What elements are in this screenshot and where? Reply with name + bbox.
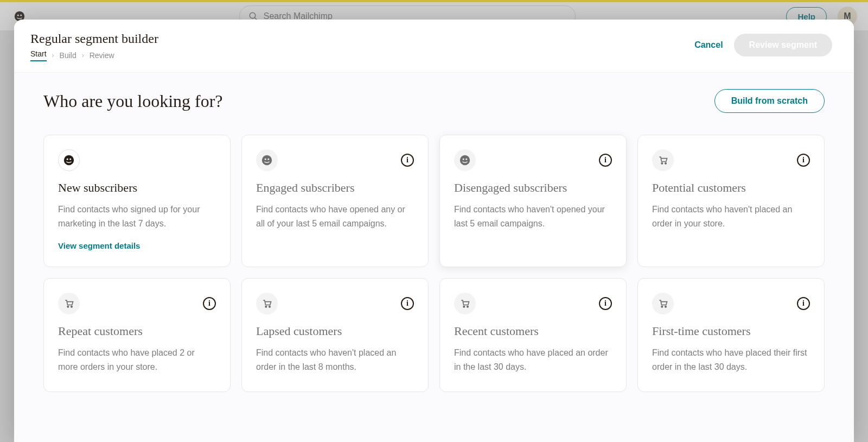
svg-point-8	[262, 155, 272, 165]
svg-point-5	[64, 155, 74, 165]
freddie-icon	[58, 149, 80, 171]
cart-icon	[454, 293, 476, 314]
card-disengaged-subscribers[interactable]: i Disengaged subscribers Find contacts w…	[439, 135, 627, 267]
info-icon[interactable]: i	[401, 297, 414, 310]
card-engaged-subscribers[interactable]: i Engaged subscribers Find contacts who …	[241, 135, 429, 267]
card-description: Find contacts who haven't placed an orde…	[652, 203, 810, 230]
info-icon[interactable]: i	[401, 154, 414, 167]
view-segment-details-link[interactable]: View segment details	[58, 241, 216, 250]
card-title: Potential customers	[652, 181, 810, 195]
svg-point-21	[467, 306, 469, 308]
breadcrumb-step-start[interactable]: Start	[30, 49, 47, 61]
freddie-icon	[454, 149, 476, 171]
svg-point-13	[465, 159, 467, 160]
cart-icon	[652, 293, 674, 314]
card-new-subscribers[interactable]: New subscribers Find contacts who signed…	[43, 135, 231, 267]
breadcrumb-step-review[interactable]: Review	[90, 51, 114, 60]
svg-point-7	[69, 159, 71, 160]
card-first-time-customers[interactable]: i First-time customers Find contacts who…	[637, 278, 825, 392]
card-recent-customers[interactable]: i Recent customers Find contacts who hav…	[439, 278, 627, 392]
info-icon[interactable]: i	[599, 297, 612, 310]
info-icon[interactable]: i	[797, 297, 810, 310]
cancel-button[interactable]: Cancel	[694, 40, 723, 50]
svg-point-19	[269, 306, 271, 308]
svg-point-10	[267, 159, 269, 160]
card-description: Find contacts who have placed 2 or more …	[58, 346, 216, 374]
card-title: Engaged subscribers	[256, 181, 414, 195]
svg-point-15	[665, 163, 667, 165]
modal-title: Regular segment builder	[30, 31, 158, 46]
card-description: Find contacts who haven't opened your la…	[454, 203, 612, 230]
svg-point-18	[265, 306, 267, 308]
cart-icon	[58, 293, 80, 314]
card-description: Find contacts who have opened any or all…	[256, 203, 414, 230]
svg-point-17	[71, 306, 73, 308]
card-potential-customers[interactable]: i Potential customers Find contacts who …	[637, 135, 825, 267]
info-icon[interactable]: i	[599, 154, 612, 167]
breadcrumb: Start › Build › Review	[30, 49, 158, 61]
card-title: New subscribers	[58, 181, 216, 195]
cart-icon	[256, 293, 278, 314]
card-repeat-customers[interactable]: i Repeat customers Find contacts who hav…	[43, 278, 231, 392]
card-description: Find contacts who have placed their firs…	[652, 346, 810, 374]
freddie-icon	[256, 149, 278, 171]
build-from-scratch-button[interactable]: Build from scratch	[714, 89, 825, 113]
chevron-right-icon: ›	[52, 52, 54, 59]
card-title: Disengaged subscribers	[454, 181, 612, 195]
card-lapsed-customers[interactable]: i Lapsed customers Find contacts who hav…	[241, 278, 429, 392]
card-title: Recent customers	[454, 324, 612, 338]
card-title: Lapsed customers	[256, 324, 414, 338]
svg-point-11	[460, 155, 470, 165]
modal-body: Who are you looking for? Build from scra…	[14, 73, 854, 442]
svg-point-6	[67, 159, 68, 160]
card-description: Find contacts who haven't placed an orde…	[256, 346, 414, 374]
svg-point-22	[661, 306, 663, 308]
card-description: Find contacts who have placed an order i…	[454, 346, 612, 374]
svg-point-20	[463, 306, 465, 308]
card-title: First-time customers	[652, 324, 810, 338]
segment-builder-modal: Regular segment builder Start › Build › …	[14, 20, 854, 442]
cart-icon	[652, 149, 674, 171]
info-icon[interactable]: i	[203, 297, 216, 310]
segment-card-grid: New subscribers Find contacts who signed…	[43, 135, 825, 392]
svg-point-9	[265, 159, 266, 160]
svg-point-16	[67, 306, 69, 308]
page-heading: Who are you looking for?	[43, 91, 223, 111]
chevron-right-icon: ›	[82, 52, 84, 59]
breadcrumb-step-build[interactable]: Build	[60, 51, 76, 60]
modal-header: Regular segment builder Start › Build › …	[14, 20, 854, 73]
review-segment-button[interactable]: Review segment	[734, 34, 832, 56]
info-icon[interactable]: i	[797, 154, 810, 167]
svg-point-14	[661, 163, 663, 165]
svg-point-12	[463, 159, 464, 160]
card-description: Find contacts who signed up for your mar…	[58, 203, 216, 230]
card-title: Repeat customers	[58, 324, 216, 338]
svg-point-23	[665, 306, 667, 308]
